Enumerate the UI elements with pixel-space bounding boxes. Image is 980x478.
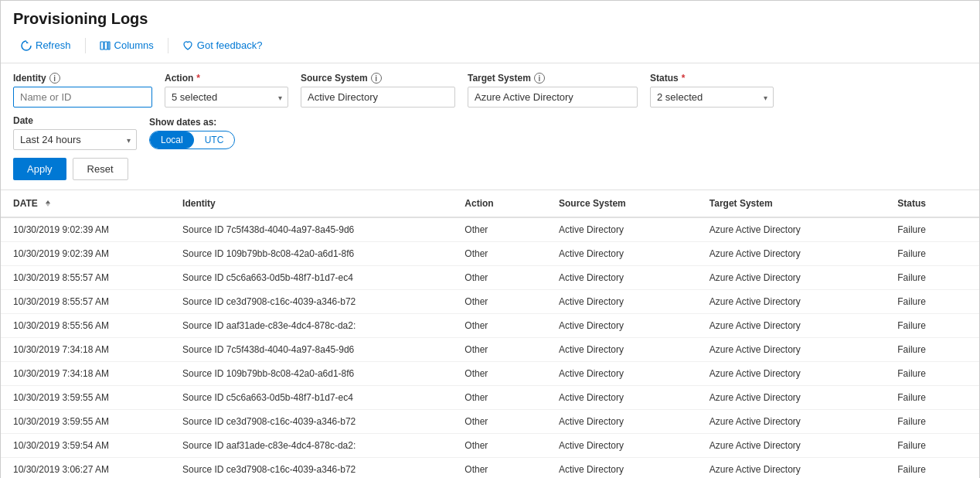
filters-row: Identity i Action * 5 selected ▾ Source …	[13, 73, 967, 108]
status-filter-group: Status * 2 selected ▾	[650, 73, 774, 108]
col-header-date[interactable]: DATE	[1, 190, 140, 217]
identity-filter-group: Identity i	[13, 73, 152, 108]
cell-action: Other	[452, 458, 546, 479]
cell-source: Active Directory	[546, 458, 697, 479]
table-row[interactable]: 10/30/2019 3:06:27 AM Source ID ce3d7908…	[1, 458, 979, 479]
action-select[interactable]: 5 selected	[165, 87, 288, 108]
identity-info-icon: i	[49, 73, 60, 84]
cell-action: Other	[452, 338, 546, 362]
table-row[interactable]: 10/30/2019 8:55:57 AM Source ID ce3d7908…	[1, 290, 979, 314]
table-row[interactable]: 10/30/2019 9:02:39 AM Source ID 7c5f438d…	[1, 217, 979, 242]
table-row[interactable]: 10/30/2019 8:55:56 AM Source ID aaf31ade…	[1, 314, 979, 338]
table-row[interactable]: 10/30/2019 7:34:18 AM Source ID 109b79bb…	[1, 362, 979, 386]
cell-status: Failure	[885, 290, 979, 314]
action-label: Action *	[165, 73, 288, 84]
page-title: Provisioning Logs	[13, 10, 967, 28]
cell-source: Active Directory	[546, 338, 697, 362]
table-row[interactable]: 10/30/2019 3:59:55 AM Source ID ce3d7908…	[1, 410, 979, 434]
apply-button[interactable]: Apply	[13, 158, 66, 180]
cell-identity: Source ID c5c6a663-0d5b-48f7-b1d7-ec4	[170, 266, 452, 290]
cell-action: Other	[452, 434, 546, 458]
reset-button[interactable]: Reset	[73, 158, 128, 180]
utc-toggle-button[interactable]: UTC	[194, 131, 235, 149]
source-system-filter-group: Source System i	[301, 73, 455, 108]
col-header-target-system: Target System	[697, 190, 885, 217]
refresh-button[interactable]: Refresh	[13, 36, 79, 55]
cell-date: 10/30/2019 3:59:55 AM	[1, 410, 170, 434]
cell-identity: Source ID 7c5f438d-4040-4a97-8a45-9d6	[170, 338, 452, 362]
cell-source: Active Directory	[546, 314, 697, 338]
table-row[interactable]: 10/30/2019 7:34:18 AM Source ID 7c5f438d…	[1, 338, 979, 362]
cell-target: Azure Active Directory	[697, 217, 885, 242]
cell-target: Azure Active Directory	[697, 266, 885, 290]
columns-button[interactable]: Columns	[92, 36, 162, 55]
cell-status: Failure	[885, 314, 979, 338]
table-row[interactable]: 10/30/2019 8:55:57 AM Source ID c5c6a663…	[1, 266, 979, 290]
cell-identity: Source ID 109b79bb-8c08-42a0-a6d1-8f6	[170, 242, 452, 266]
date-select[interactable]: Last 24 hours	[13, 129, 137, 150]
separator2	[168, 38, 168, 53]
cell-status: Failure	[885, 458, 979, 479]
cell-status: Failure	[885, 410, 979, 434]
col-header-source-system: Source System	[546, 190, 697, 217]
col-header-status: Status	[885, 190, 979, 217]
status-label: Status *	[650, 73, 774, 84]
cell-source: Active Directory	[546, 217, 697, 242]
table-body: 10/30/2019 9:02:39 AM Source ID 7c5f438d…	[1, 217, 979, 478]
identity-input[interactable]	[13, 87, 152, 108]
table-row[interactable]: 10/30/2019 3:59:55 AM Source ID c5c6a663…	[1, 386, 979, 410]
cell-target: Azure Active Directory	[697, 314, 885, 338]
target-info-icon: i	[534, 73, 545, 84]
cell-date: 10/30/2019 3:59:54 AM	[1, 434, 170, 458]
source-system-label: Source System i	[301, 73, 455, 84]
date-row: Date Last 24 hours ▾ Show dates as: Loca…	[13, 115, 967, 150]
cell-target: Azure Active Directory	[697, 386, 885, 410]
col-header-action: Action	[452, 190, 546, 217]
table-row[interactable]: 10/30/2019 9:02:39 AM Source ID 109b79bb…	[1, 242, 979, 266]
columns-icon	[100, 40, 111, 51]
filter-action-buttons: Apply Reset	[13, 158, 967, 180]
show-dates-label: Show dates as:	[149, 117, 235, 128]
cell-status: Failure	[885, 338, 979, 362]
heart-icon	[182, 40, 193, 51]
cell-date: 10/30/2019 7:34:18 AM	[1, 338, 170, 362]
cell-date: 10/30/2019 9:02:39 AM	[1, 242, 170, 266]
cell-source: Active Directory	[546, 266, 697, 290]
cell-status: Failure	[885, 386, 979, 410]
cell-action: Other	[452, 362, 546, 386]
svg-rect-1	[104, 42, 107, 50]
status-select[interactable]: 2 selected	[650, 87, 774, 108]
cell-identity: Source ID 7c5f438d-4040-4a97-8a45-9d6	[170, 217, 452, 242]
action-select-wrapper: 5 selected ▾	[165, 87, 288, 108]
cell-identity: Source ID c5c6a663-0d5b-48f7-b1d7-ec4	[170, 386, 452, 410]
action-filter-group: Action * 5 selected ▾	[165, 73, 288, 108]
cell-action: Other	[452, 386, 546, 410]
cell-action: Other	[452, 217, 546, 242]
local-toggle-button[interactable]: Local	[150, 131, 194, 149]
cell-action: Other	[452, 266, 546, 290]
source-system-input[interactable]	[301, 87, 455, 108]
cell-source: Active Directory	[546, 386, 697, 410]
cell-target: Azure Active Directory	[697, 458, 885, 479]
feedback-button[interactable]: Got feedback?	[175, 36, 271, 55]
svg-rect-2	[108, 42, 110, 50]
table-container: DATE Identity Action Source System	[1, 190, 979, 478]
cell-source: Active Directory	[546, 410, 697, 434]
cell-status: Failure	[885, 242, 979, 266]
identity-label: Identity i	[13, 73, 152, 84]
table-row[interactable]: 10/30/2019 3:59:54 AM Source ID aaf31ade…	[1, 434, 979, 458]
target-system-input[interactable]	[468, 87, 638, 108]
cell-status: Failure	[885, 434, 979, 458]
cell-date: 10/30/2019 8:55:56 AM	[1, 314, 170, 338]
cell-action: Other	[452, 314, 546, 338]
source-info-icon: i	[371, 73, 382, 84]
toolbar: Refresh Columns Got feedback?	[13, 36, 967, 55]
cell-identity: Source ID aaf31ade-c83e-4dc4-878c-da2:	[170, 314, 452, 338]
cell-date: 10/30/2019 7:34:18 AM	[1, 362, 170, 386]
table-header-row: DATE Identity Action Source System	[1, 190, 979, 217]
cell-action: Other	[452, 410, 546, 434]
separator	[85, 38, 86, 53]
cell-source: Active Directory	[546, 242, 697, 266]
cell-date: 10/30/2019 8:55:57 AM	[1, 290, 170, 314]
cell-source: Active Directory	[546, 434, 697, 458]
